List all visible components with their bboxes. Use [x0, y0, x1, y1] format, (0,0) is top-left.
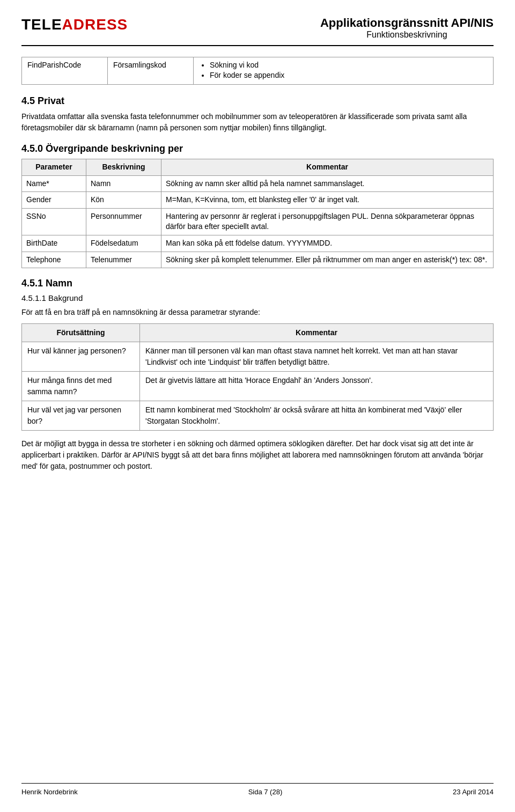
prereq-cell: Hur väl vet jag var personen bor? — [22, 401, 140, 431]
section-45-title: 4.5 Privat — [21, 95, 494, 107]
page-footer: Henrik Nordebrink Sida 7 (28) 23 April 2… — [21, 783, 494, 796]
param-comment: Man kan söka på ett födelse datum. YYYYM… — [161, 235, 494, 252]
page-header: TELEADRESS Applikationsgränssnitt API/NI… — [21, 16, 494, 46]
closing-paragraph: Det är möjligt att bygga in dessa tre st… — [21, 438, 494, 472]
sub-title: Funktionsbeskrivning — [320, 30, 494, 40]
section-4511-intro: För att få en bra träff på en namnsöknin… — [21, 307, 494, 318]
table-row: Gender Kön M=Man, K=Kvinna, tom, ett bla… — [22, 192, 494, 209]
table-header-row: Förutsättning Kommentar — [22, 324, 494, 342]
section-450-title: 4.5.0 Övergripande beskrivning per — [21, 143, 494, 154]
section-451-title: 4.5.1 Namn — [21, 278, 494, 289]
param-cell: FindParishCode — [22, 57, 108, 85]
section-45-body: Privatdata omfattar alla svenska fasta t… — [21, 111, 494, 134]
param-desc: Namn — [86, 175, 161, 192]
col-kommentar: Kommentar — [140, 324, 494, 342]
param-desc: Personnummer — [86, 208, 161, 235]
comment-cell: Sökning vi kod För koder se appendix — [194, 57, 494, 85]
table-row: Telephone Telenummer Sökning sker på kom… — [22, 252, 494, 268]
table-row: Name* Namn Sökning av namn sker alltid p… — [22, 175, 494, 192]
param-name: Name* — [22, 175, 86, 192]
col-beskrivning: Beskrivning — [86, 159, 161, 176]
col-parameter: Parameter — [22, 159, 86, 176]
table-row: BirthDate Födelsedatum Man kan söka på e… — [22, 235, 494, 252]
logo: TELEADRESS — [21, 16, 128, 33]
footer-author: Henrik Nordebrink — [21, 788, 78, 796]
page: TELEADRESS Applikationsgränssnitt API/NI… — [0, 0, 515, 812]
param-comment: M=Man, K=Kvinna, tom, ett blanksteg elle… — [161, 192, 494, 209]
param-comment: Hantering av personnr är reglerat i pers… — [161, 208, 494, 235]
param-desc: Telenummer — [86, 252, 161, 268]
param-comment: Sökning sker på komplett telenummer. Ell… — [161, 252, 494, 268]
param-name: Telephone — [22, 252, 86, 268]
find-parish-table: FindParishCode Församlingskod Sökning vi… — [21, 57, 494, 85]
desc-cell: Församlingskod — [108, 57, 194, 85]
col-kommentar: Kommentar — [161, 159, 494, 176]
param-desc: Födelsedatum — [86, 235, 161, 252]
footer-page: Sida 7 (28) — [248, 788, 283, 796]
logo-tele: TELE — [21, 16, 62, 33]
comment-cell: Känner man till personen väl kan man oft… — [140, 342, 494, 372]
table-row: SSNo Personnummer Hantering av personnr … — [22, 208, 494, 235]
table-row: FindParishCode Församlingskod Sökning vi… — [22, 57, 494, 85]
table-row: Hur väl vet jag var personen bor? Ett na… — [22, 401, 494, 431]
table-header-row: Parameter Beskrivning Kommentar — [22, 159, 494, 176]
bullet-item: För koder se appendix — [210, 71, 488, 79]
param-name: BirthDate — [22, 235, 86, 252]
param-desc: Kön — [86, 192, 161, 209]
param-name: SSNo — [22, 208, 86, 235]
prereq-cell: Hur många finns det med samma namn? — [22, 372, 140, 401]
page-content: FindParishCode Församlingskod Sökning vi… — [21, 57, 494, 783]
section-4511-title: 4.5.1.1 Bakgrund — [21, 293, 494, 302]
prereq-cell: Hur väl känner jag personen? — [22, 342, 140, 372]
table-row: Hur väl känner jag personen? Känner man … — [22, 342, 494, 372]
main-title: Applikationsgränssnitt API/NIS — [320, 16, 494, 30]
prereq-table: Förutsättning Kommentar Hur väl känner j… — [21, 323, 494, 431]
table-row: Hur många finns det med samma namn? Det … — [22, 372, 494, 401]
param-table: Parameter Beskrivning Kommentar Name* Na… — [21, 159, 494, 268]
bullet-item: Sökning vi kod — [210, 61, 488, 69]
footer-date: 23 April 2014 — [453, 788, 494, 796]
header-titles: Applikationsgränssnitt API/NIS Funktions… — [320, 16, 494, 40]
logo-address: ADRESS — [62, 16, 128, 33]
param-comment: Sökning av namn sker alltid på hela namn… — [161, 175, 494, 192]
param-name: Gender — [22, 192, 86, 209]
comment-cell: Det är givetvis lättare att hitta 'Horac… — [140, 372, 494, 401]
col-forutsattning: Förutsättning — [22, 324, 140, 342]
comment-cell: Ett namn kombinerat med 'Stockholm' är o… — [140, 401, 494, 431]
